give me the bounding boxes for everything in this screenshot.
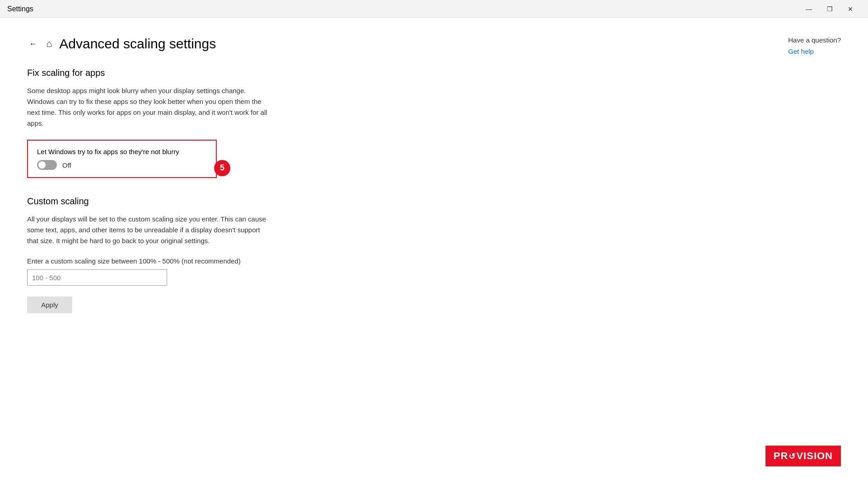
custom-scaling-section: Custom scaling All your displays will be… xyxy=(27,196,298,313)
help-title: Have a question? xyxy=(788,36,841,44)
minimize-button[interactable]: — xyxy=(798,0,819,18)
toggle-box: Let Windows try to fix apps so they're n… xyxy=(27,140,217,178)
custom-scaling-title: Custom scaling xyxy=(27,196,298,207)
restore-button[interactable]: ❐ xyxy=(819,0,840,18)
toggle-status-text: Off xyxy=(62,161,71,169)
page-title: Advanced scaling settings xyxy=(59,36,216,52)
logo-text: PR↺VISION xyxy=(774,450,833,462)
apply-button[interactable]: Apply xyxy=(27,296,72,313)
provision-logo: PR↺VISION xyxy=(765,446,841,466)
page-header: ← ⌂ Advanced scaling settings xyxy=(27,36,298,52)
right-panel: Have a question? Get help xyxy=(788,36,841,56)
title-bar-left: Settings xyxy=(7,5,33,13)
title-bar: Settings — ❐ ✕ xyxy=(0,0,868,18)
annotation-badge-5: 5 xyxy=(214,160,230,176)
close-button[interactable]: ✕ xyxy=(840,0,861,18)
toggle-label: Let Windows try to fix apps so they're n… xyxy=(37,148,207,155)
back-icon: ← xyxy=(29,39,37,49)
scaling-input-label: Enter a custom scaling size between 100%… xyxy=(27,257,298,265)
custom-scaling-description: All your displays will be set to the cus… xyxy=(27,214,271,246)
fix-scaling-section: Fix scaling for apps Some desktop apps m… xyxy=(27,68,298,196)
toggle-row: Off xyxy=(37,160,207,170)
title-bar-title: Settings xyxy=(7,5,33,13)
home-icon: ⌂ xyxy=(46,38,52,50)
fix-scaling-description: Some desktop apps might look blurry when… xyxy=(27,85,271,129)
scaling-input[interactable] xyxy=(27,269,167,286)
fix-scaling-title: Fix scaling for apps xyxy=(27,68,298,78)
blur-fix-toggle[interactable] xyxy=(37,160,57,170)
content-area: ← ⌂ Advanced scaling settings Fix scalin… xyxy=(0,18,868,489)
main-panel: ← ⌂ Advanced scaling settings Fix scalin… xyxy=(27,36,298,471)
back-button[interactable]: ← xyxy=(27,38,39,51)
get-help-link[interactable]: Get help xyxy=(788,47,814,55)
title-bar-controls: — ❐ ✕ xyxy=(798,0,861,18)
